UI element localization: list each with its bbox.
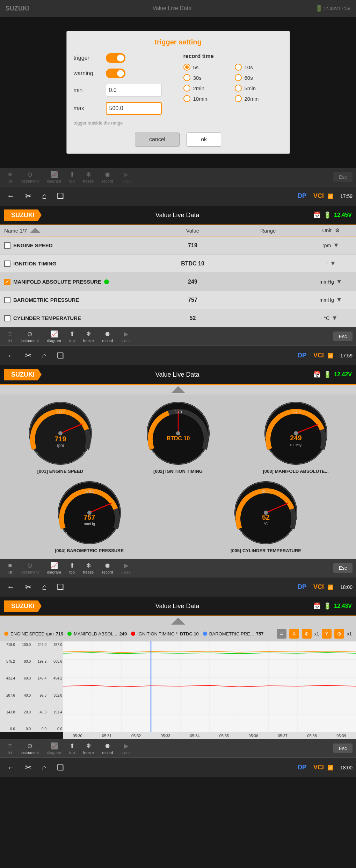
radio-2min[interactable]: 2min bbox=[183, 85, 231, 92]
copy-icon-3[interactable]: ❏ bbox=[53, 581, 67, 594]
freeze-icon-3: ❄ bbox=[86, 562, 91, 569]
toolbar-top-1[interactable]: ⬆ top bbox=[65, 169, 79, 185]
cancel-button[interactable]: cancel bbox=[135, 133, 180, 147]
max-input[interactable] bbox=[106, 102, 162, 115]
svg-text:rpm: rpm bbox=[57, 443, 64, 448]
radio-2min-circle[interactable] bbox=[183, 85, 190, 92]
chart-lines-btn[interactable]: ≡ bbox=[277, 629, 286, 639]
chart-y-btn[interactable]: Y bbox=[322, 629, 332, 639]
radio-20min-circle[interactable] bbox=[235, 95, 242, 102]
home-icon-4[interactable]: ⌂ bbox=[38, 761, 50, 774]
settings-icon-header[interactable]: ⚙ bbox=[335, 227, 340, 233]
row3-checkbox[interactable] bbox=[4, 279, 10, 285]
toolbar-diagram-2[interactable]: 📈 diagram bbox=[43, 329, 65, 344]
list-icon-4: ≡ bbox=[8, 742, 12, 750]
radio-5s[interactable]: 5s bbox=[183, 64, 231, 71]
toolbar-top-4[interactable]: ⬆ top bbox=[65, 741, 79, 756]
toolbar-diagram-3[interactable]: 📈 diagram bbox=[43, 560, 65, 576]
toolbar-instrument-1[interactable]: ⊙ instrument bbox=[16, 169, 43, 185]
row1-checkbox[interactable] bbox=[4, 242, 10, 249]
trigger-toggle[interactable] bbox=[106, 53, 125, 63]
radio-10min[interactable]: 10min bbox=[183, 95, 231, 102]
row3-name: MANIFOLD ABSOLUTE PRESSURE bbox=[13, 279, 101, 285]
radio-30s[interactable]: 30s bbox=[183, 74, 231, 81]
svg-text:719: 719 bbox=[55, 435, 66, 443]
home-icon-3[interactable]: ⌂ bbox=[38, 581, 50, 594]
row1-expand[interactable]: ▼ bbox=[333, 242, 339, 249]
home-icon-1[interactable]: ⌂ bbox=[38, 190, 50, 203]
list-label-3: list bbox=[8, 570, 12, 574]
ok-button[interactable]: ok bbox=[187, 133, 221, 147]
esc-button-3[interactable]: Esc bbox=[333, 563, 353, 573]
scissors-icon-1[interactable]: ✂ bbox=[22, 190, 35, 203]
back-icon-4[interactable]: ← bbox=[3, 761, 18, 774]
esc-button-4[interactable]: Esc bbox=[333, 744, 353, 753]
row4-checkbox[interactable] bbox=[4, 297, 10, 303]
scissors-icon-2[interactable]: ✂ bbox=[22, 349, 35, 362]
toolbar-diagram-1[interactable]: 📈 diagram bbox=[43, 169, 65, 185]
toolbar-top-2[interactable]: ⬆ top bbox=[65, 329, 79, 344]
instrument-icon-3: ⊙ bbox=[27, 562, 32, 569]
radio-30s-circle[interactable] bbox=[183, 74, 190, 81]
row2-checkbox[interactable] bbox=[4, 261, 10, 267]
row5-checkbox[interactable] bbox=[4, 315, 10, 321]
radio-20min[interactable]: 20min bbox=[235, 95, 283, 102]
toolbar-top-3[interactable]: ⬆ top bbox=[65, 560, 79, 576]
toolbar-freeze-1[interactable]: ❄ freeze bbox=[79, 169, 98, 185]
toolbar-record-4[interactable]: ⏺ record bbox=[98, 741, 117, 756]
row5-expand[interactable]: ▼ bbox=[332, 314, 338, 322]
row5-value: 52 bbox=[155, 315, 231, 321]
video-label-1: video bbox=[122, 179, 131, 183]
radio-20min-label: 20min bbox=[245, 96, 259, 102]
scissors-icon-4[interactable]: ✂ bbox=[22, 761, 35, 774]
toolbar-list-4[interactable]: ≡ list bbox=[3, 741, 16, 756]
warning-toggle[interactable] bbox=[106, 69, 125, 78]
radio-10min-circle[interactable] bbox=[183, 95, 190, 102]
back-icon-1[interactable]: ← bbox=[3, 190, 18, 203]
top-label-4: top bbox=[70, 750, 75, 755]
copy-icon-4[interactable]: ❏ bbox=[53, 761, 67, 774]
chart-y-zoom-in-btn[interactable]: ⊕ bbox=[334, 629, 344, 639]
scroll-up-arrow[interactable] bbox=[30, 228, 41, 233]
instrument-label-1: instrument bbox=[21, 179, 38, 183]
ya1-v1: 719.0 bbox=[6, 643, 15, 647]
radio-5min-circle[interactable] bbox=[235, 85, 242, 92]
gauge-label-002: [002] IGNITION TIMING bbox=[153, 469, 203, 474]
chart-main-area: 719.0 575.2 431.4 287.6 143.8 0.0 100.0 … bbox=[0, 641, 356, 732]
home-icon-2[interactable]: ⌂ bbox=[38, 349, 50, 362]
toolbar-list-3[interactable]: ≡ list bbox=[3, 561, 16, 576]
section-trigger-dialog: SUZUKI Value Live Data 🔋 12.43V 17:59 tr… bbox=[0, 0, 356, 206]
voltage-top: 12.43V bbox=[323, 6, 338, 11]
radio-60s-circle[interactable] bbox=[235, 74, 242, 81]
chart-x-zoom-btn[interactable]: X bbox=[289, 629, 299, 639]
instrument-label-2: instrument bbox=[21, 339, 38, 343]
copy-icon-2[interactable]: ❏ bbox=[53, 349, 67, 362]
min-input[interactable] bbox=[106, 84, 162, 97]
radio-10s[interactable]: 10s bbox=[235, 64, 283, 71]
radio-10s-circle[interactable] bbox=[235, 64, 242, 71]
radio-5min[interactable]: 5min bbox=[235, 85, 283, 92]
esc-button-1[interactable]: Esc bbox=[333, 172, 353, 182]
copy-icon-1[interactable]: ❏ bbox=[53, 190, 67, 203]
toolbar-freeze-3[interactable]: ❄ freeze bbox=[79, 560, 98, 576]
toolbar-list-2[interactable]: ≡ list bbox=[3, 329, 16, 344]
radio-5s-circle[interactable] bbox=[183, 64, 190, 71]
row4-expand[interactable]: ▼ bbox=[336, 296, 342, 304]
toolbar-list-1[interactable]: ≡ list bbox=[3, 170, 16, 185]
row2-expand[interactable]: ▼ bbox=[330, 260, 336, 267]
radio-60s[interactable]: 60s bbox=[235, 74, 283, 81]
row3-expand[interactable]: ▼ bbox=[336, 278, 342, 285]
esc-button-2[interactable]: Esc bbox=[333, 332, 353, 341]
back-icon-3[interactable]: ← bbox=[3, 581, 18, 594]
toolbar-freeze-2[interactable]: ❄ freeze bbox=[79, 329, 98, 344]
toolbar-record-2[interactable]: ⏺ record bbox=[98, 329, 117, 344]
toolbar-instrument-2[interactable]: ⊙ instrument bbox=[16, 329, 43, 344]
toolbar-record-1[interactable]: ⏺ record bbox=[98, 170, 117, 185]
chart-zoom-in-btn[interactable]: ⊕ bbox=[302, 629, 312, 639]
scissors-icon-3[interactable]: ✂ bbox=[22, 581, 35, 594]
toolbar-freeze-4[interactable]: ❄ freeze bbox=[79, 741, 98, 756]
toolbar-instrument-4[interactable]: ⊙ instrument bbox=[16, 741, 43, 756]
trigger-row: trigger bbox=[74, 53, 173, 63]
back-icon-2[interactable]: ← bbox=[3, 349, 18, 362]
toolbar-record-3[interactable]: ⏺ record bbox=[98, 561, 117, 576]
